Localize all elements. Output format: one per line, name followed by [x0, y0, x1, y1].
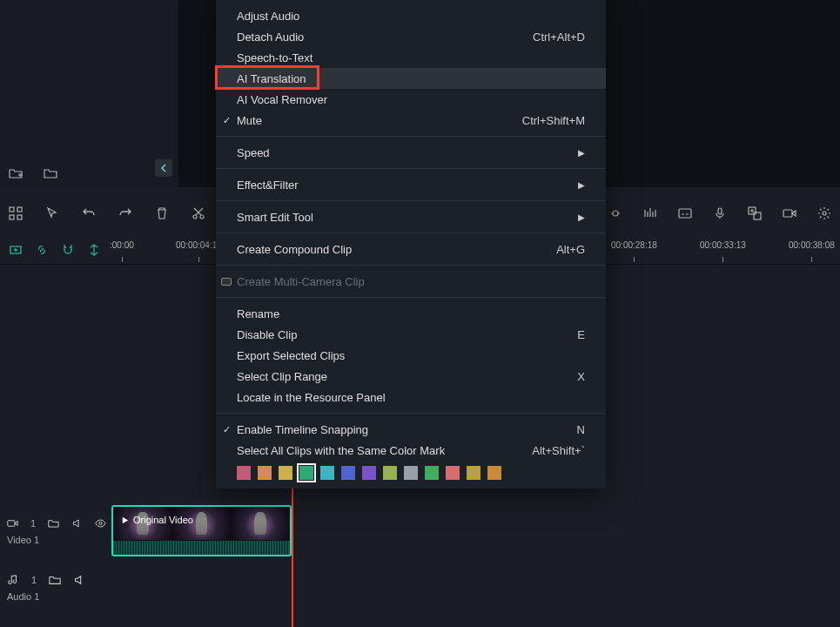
video-track-icon: [7, 517, 18, 529]
snap-icon[interactable]: [87, 243, 101, 257]
color-swatch[interactable]: [446, 466, 460, 480]
video-clip[interactable]: Original Video: [111, 505, 292, 556]
svg-rect-1: [17, 207, 22, 212]
audio-track: 1 Audio 1: [0, 561, 840, 615]
delete-icon[interactable]: [155, 206, 169, 220]
pointer-tool-icon[interactable]: [45, 206, 59, 220]
menu-item-create-compound-clip[interactable]: Create Compound ClipAlt+G: [216, 239, 606, 260]
mute-track-icon[interactable]: [73, 574, 85, 586]
color-swatch[interactable]: [320, 466, 334, 480]
menu-item-detach-audio[interactable]: Detach AudioCtrl+Alt+D: [216, 26, 606, 47]
svg-rect-7: [718, 208, 722, 214]
svg-rect-3: [17, 215, 22, 219]
layout-icon[interactable]: [9, 206, 23, 220]
undo-icon[interactable]: [82, 206, 96, 220]
collapse-panel-button[interactable]: [155, 159, 172, 177]
color-mark-row: [216, 461, 606, 483]
record-icon[interactable]: [783, 206, 796, 220]
audio-sync-icon[interactable]: [643, 206, 657, 220]
folder-icon[interactable]: [44, 166, 57, 180]
menu-item-ai-vocal-remover[interactable]: AI Vocal Remover: [216, 89, 606, 110]
color-swatch[interactable]: [467, 466, 480, 480]
menu-item-speech-to-text[interactable]: Speech-to-Text: [216, 47, 606, 68]
menu-item-export-selected-clips[interactable]: Export Selected Clips: [216, 345, 606, 366]
clip-label-text: Original Video: [133, 515, 193, 525]
svg-point-11: [823, 212, 826, 215]
menu-item-speed[interactable]: Speed▶: [216, 142, 606, 163]
track-index: 1: [31, 575, 37, 585]
clip-context-menu: Adjust AudioDetach AudioCtrl+Alt+DSpeech…: [216, 0, 606, 489]
visibility-icon[interactable]: [95, 517, 106, 529]
menu-item-disable-clip[interactable]: Disable ClipE: [216, 324, 606, 345]
menu-item-mute[interactable]: ✓MuteCtrl+Shift+M: [216, 110, 606, 131]
menu-item-select-clip-range[interactable]: Select Clip RangeX: [216, 366, 606, 387]
cut-icon[interactable]: [192, 206, 205, 220]
svg-rect-10: [783, 210, 792, 217]
menu-item-select-all-clips-with-the-same-color-mark[interactable]: Select All Clips with the Same Color Mar…: [216, 440, 606, 461]
settings-gear-icon[interactable]: [817, 206, 831, 220]
voice-icon[interactable]: [713, 206, 727, 220]
color-swatch[interactable]: [425, 466, 439, 480]
magnet-icon[interactable]: [61, 243, 75, 257]
svg-rect-2: [10, 215, 14, 219]
color-swatch[interactable]: [404, 466, 418, 480]
ruler-tick: 00:00:33:13: [700, 240, 746, 250]
color-swatch[interactable]: [279, 466, 292, 480]
clip-audio-waveform: [113, 540, 290, 556]
link-icon[interactable]: [35, 243, 49, 257]
folder-small-icon[interactable]: [49, 574, 61, 586]
ruler-tick: :00:00: [110, 240, 134, 250]
menu-item-ai-translation[interactable]: AI Translation: [216, 68, 606, 89]
color-swatch[interactable]: [383, 466, 397, 480]
add-track-icon[interactable]: [9, 243, 23, 257]
menu-item-rename[interactable]: Rename: [216, 303, 606, 324]
video-track-header: 1 Video 1: [0, 504, 106, 558]
audio-track-icon: [7, 574, 19, 586]
menu-item-enable-timeline-snapping[interactable]: ✓Enable Timeline SnappingN: [216, 419, 606, 440]
mute-track-icon[interactable]: [71, 517, 83, 529]
video-track: 1 Video 1 Original Video: [0, 504, 840, 558]
color-swatch[interactable]: [258, 466, 272, 480]
svg-point-5: [200, 215, 204, 219]
translate-icon[interactable]: [748, 206, 762, 220]
ruler-tick: 00:00:38:08: [789, 240, 835, 250]
media-panel: [0, 0, 178, 187]
play-icon: [120, 516, 130, 525]
track-index: 1: [30, 518, 36, 529]
color-swatch[interactable]: [299, 466, 313, 480]
video-track-label: Video 1: [7, 535, 106, 545]
marker-icon[interactable]: [608, 206, 622, 220]
subtitle-icon[interactable]: [678, 206, 692, 220]
menu-item-locate-in-the-resource-panel[interactable]: Locate in the Resource Panel: [216, 387, 606, 408]
svg-rect-6: [679, 209, 691, 218]
menu-item-adjust-audio[interactable]: Adjust Audio: [216, 5, 606, 26]
ruler-tick: 00:00:04:19: [176, 240, 222, 250]
ruler-tick: 00:00:28:18: [611, 240, 657, 250]
menu-item-effect-filter[interactable]: Effect&Filter▶: [216, 174, 606, 195]
timeline-toolbar-right: [608, 199, 831, 228]
redo-icon[interactable]: [118, 206, 132, 220]
color-swatch[interactable]: [237, 466, 251, 480]
svg-rect-9: [754, 212, 761, 219]
menu-item-smart-edit-tool[interactable]: Smart Edit Tool▶: [216, 206, 606, 227]
svg-rect-13: [8, 521, 15, 526]
new-folder-icon[interactable]: [9, 166, 23, 180]
color-swatch[interactable]: [487, 466, 501, 480]
svg-rect-0: [10, 207, 14, 212]
svg-point-4: [193, 215, 197, 219]
menu-item-create-multi-camera-clip: Create Multi-Camera Clip: [216, 271, 606, 292]
color-swatch[interactable]: [341, 466, 355, 480]
svg-point-14: [99, 522, 102, 524]
audio-track-label: Audio 1: [7, 591, 106, 602]
color-swatch[interactable]: [362, 466, 376, 480]
folder-small-icon[interactable]: [48, 517, 59, 529]
audio-track-header: 1 Audio 1: [0, 561, 106, 615]
